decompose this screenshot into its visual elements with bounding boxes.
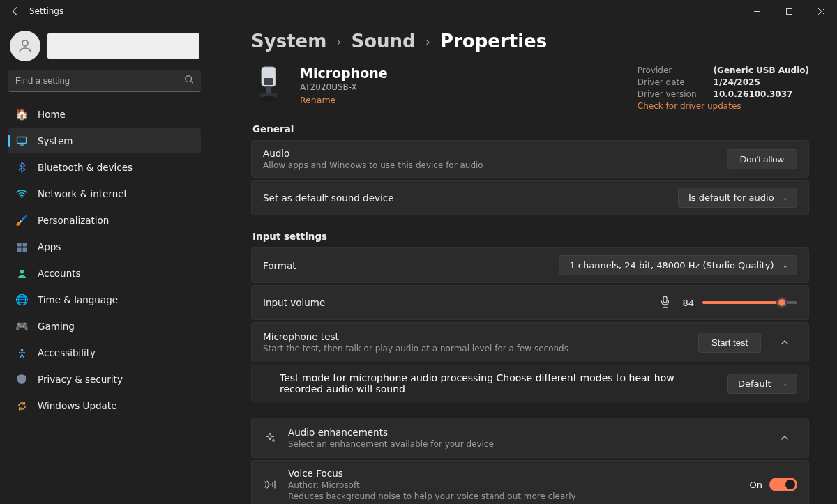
search-box[interactable] xyxy=(8,70,201,92)
nav-item-personalization[interactable]: 🖌️ Personalization xyxy=(8,208,201,233)
nav-item-home[interactable]: 🏠 Home xyxy=(8,102,201,127)
svg-rect-16 xyxy=(264,78,273,85)
search-input[interactable] xyxy=(15,75,184,86)
profile-row[interactable] xyxy=(8,28,201,67)
svg-point-12 xyxy=(20,269,24,273)
nav-item-system[interactable]: System xyxy=(8,128,201,153)
svg-point-19 xyxy=(259,96,278,102)
nav-item-apps[interactable]: Apps xyxy=(8,234,201,259)
breadcrumb-system[interactable]: System xyxy=(251,31,326,52)
main-content: System › Sound › Properties Microphone A… xyxy=(209,22,837,504)
wifi-icon xyxy=(15,188,28,200)
svg-point-21 xyxy=(273,440,275,442)
gamepad-icon: 🎮 xyxy=(15,320,28,333)
svg-rect-20 xyxy=(663,296,667,303)
nav-item-time-language[interactable]: 🌐 Time & language xyxy=(8,287,201,312)
dont-allow-button[interactable]: Don't allow xyxy=(727,149,797,169)
close-button[interactable] xyxy=(805,0,837,22)
svg-rect-9 xyxy=(22,242,27,246)
breadcrumb-current: Properties xyxy=(440,31,547,52)
driver-info: Provider (Generic USB Audio) Driver date… xyxy=(638,66,809,111)
driver-date-label: Driver date xyxy=(638,77,697,87)
dropdown-value: Default xyxy=(738,379,771,389)
globe-icon: 🌐 xyxy=(15,293,28,306)
collapse-enhancements-button[interactable] xyxy=(772,425,797,450)
card-format: Format 1 channels, 24 bit, 48000 Hz (Stu… xyxy=(251,247,809,283)
nav-label: Accounts xyxy=(38,268,81,279)
svg-rect-1 xyxy=(786,8,792,14)
voice-focus-icon xyxy=(263,478,277,491)
card-audio-enhancements[interactable]: Audio enhancements Select an enhancement… xyxy=(251,418,809,458)
nav-label: Bluetooth & devices xyxy=(38,162,133,173)
volume-slider[interactable] xyxy=(702,301,797,304)
accessibility-icon xyxy=(15,346,28,359)
sidebar: 🏠 Home System Bluetooth & devices Netw xyxy=(0,22,209,504)
chevron-down-icon: ⌄ xyxy=(783,194,788,201)
sparkle-icon xyxy=(263,431,277,445)
check-driver-updates-link[interactable]: Check for driver updates xyxy=(638,101,809,111)
device-model: AT2020USB-X xyxy=(300,82,388,92)
nav-label: Gaming xyxy=(38,321,75,332)
card-test-mode: Test mode for microphone audio processin… xyxy=(251,365,809,402)
bluetooth-icon xyxy=(15,161,28,174)
back-button[interactable] xyxy=(8,4,22,18)
minimize-button[interactable] xyxy=(741,0,773,22)
driver-date-value: 1/24/2025 xyxy=(714,77,809,87)
microphone-illustration xyxy=(251,66,286,105)
svg-point-3 xyxy=(186,76,192,82)
nav-item-network[interactable]: Network & internet xyxy=(8,181,201,206)
svg-rect-10 xyxy=(17,247,21,252)
driver-provider-label: Provider xyxy=(638,66,697,75)
voice-focus-desc: Reduces background noise to help your vo… xyxy=(288,491,739,501)
svg-rect-11 xyxy=(22,247,27,252)
mic-test-heading: Microphone test xyxy=(263,331,687,342)
nav-list: 🏠 Home System Bluetooth & devices Netw xyxy=(8,102,201,418)
avatar xyxy=(10,31,40,61)
nav-label: Accessibility xyxy=(38,347,96,358)
collapse-mic-test-button[interactable] xyxy=(772,330,797,355)
nav-label: Time & language xyxy=(38,294,118,305)
start-test-button[interactable]: Start test xyxy=(698,333,761,353)
format-dropdown[interactable]: 1 channels, 24 bit, 48000 Hz (Studio Qua… xyxy=(559,255,797,275)
section-general-label: General xyxy=(252,123,809,135)
maximize-button[interactable] xyxy=(773,0,805,22)
enhancements-heading: Audio enhancements xyxy=(288,427,761,438)
default-device-dropdown[interactable]: Is default for audio ⌄ xyxy=(678,188,797,208)
nav-label: Network & internet xyxy=(38,188,128,199)
svg-line-4 xyxy=(191,82,193,84)
nav-item-gaming[interactable]: 🎮 Gaming xyxy=(8,314,201,339)
titlebar: Settings xyxy=(0,0,837,22)
toggle-state-label: On xyxy=(750,480,762,490)
svg-rect-5 xyxy=(17,137,27,144)
nav-item-bluetooth[interactable]: Bluetooth & devices xyxy=(8,155,201,180)
default-device-heading: Set as default sound device xyxy=(263,192,667,204)
person-icon xyxy=(15,267,28,280)
driver-provider-value: (Generic USB Audio) xyxy=(714,66,809,75)
update-icon xyxy=(15,399,28,412)
mic-test-subtitle: Start the test, then talk or play audio … xyxy=(263,344,687,353)
rename-link[interactable]: Rename xyxy=(300,95,388,105)
nav-item-windows-update[interactable]: Windows Update xyxy=(8,393,201,418)
brush-icon: 🖌️ xyxy=(15,214,28,227)
svg-point-2 xyxy=(22,40,28,46)
test-mode-dropdown[interactable]: Default ⌄ xyxy=(727,374,797,394)
chevron-right-icon: › xyxy=(425,34,430,49)
input-volume-heading: Input volume xyxy=(263,297,649,308)
nav-label: Apps xyxy=(38,241,61,252)
card-input-volume: Input volume 84 xyxy=(251,285,809,320)
device-title: Microphone xyxy=(300,66,388,81)
card-microphone-test: Microphone test Start the test, then tal… xyxy=(251,322,809,362)
nav-item-accessibility[interactable]: Accessibility xyxy=(8,340,201,365)
nav-item-accounts[interactable]: Accounts xyxy=(8,261,201,286)
system-icon xyxy=(15,135,28,147)
home-icon: 🏠 xyxy=(15,108,28,121)
svg-rect-17 xyxy=(266,86,271,93)
nav-item-privacy[interactable]: Privacy & security xyxy=(8,367,201,392)
volume-value: 84 xyxy=(679,298,694,308)
driver-version-value: 10.0.26100.3037 xyxy=(714,89,809,99)
card-default-device: Set as default sound device Is default f… xyxy=(251,180,809,215)
search-icon xyxy=(184,75,194,86)
microphone-icon[interactable] xyxy=(660,296,670,310)
voice-focus-toggle[interactable] xyxy=(769,478,797,491)
breadcrumb-sound[interactable]: Sound xyxy=(352,31,416,52)
